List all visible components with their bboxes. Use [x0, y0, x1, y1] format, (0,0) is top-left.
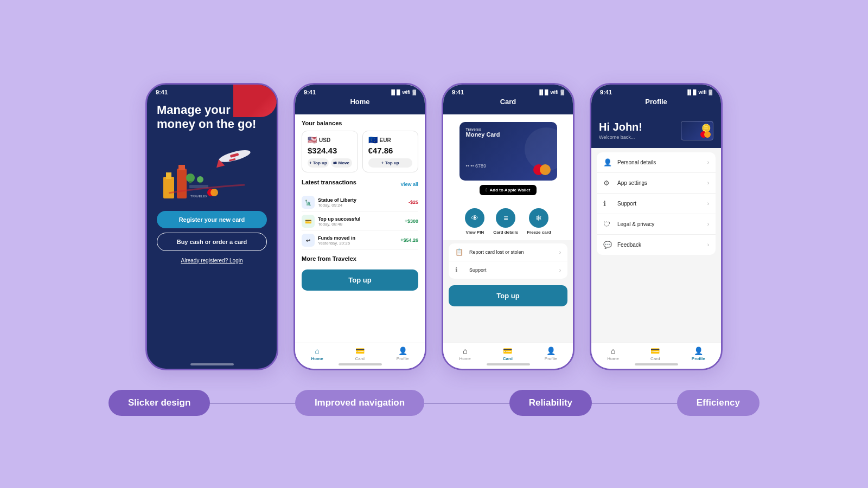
already-registered-link[interactable]: Already registered? Login: [157, 258, 267, 264]
nav-card-4[interactable]: 💳 Card: [650, 346, 660, 361]
report-chevron: ›: [559, 249, 561, 255]
feedback-item[interactable]: 💬 Feedback ›: [597, 235, 716, 255]
card-icon-2: 💳: [355, 346, 365, 355]
transaction-3: ↩ Funds moved in Yesterday, 20:26 +$54.2…: [302, 231, 418, 250]
profile-mastercard: [700, 131, 711, 138]
card-menu-list: 📋 Report card lost or stolen › ℹ Support…: [449, 243, 567, 279]
legal-item[interactable]: 🛡 Legal & privacy ›: [597, 214, 716, 235]
nav-profile-2[interactable]: 👤 Profile: [397, 346, 409, 361]
label-improved-navigation: Improved navigation: [295, 390, 424, 416]
support-text-profile: Support: [617, 201, 703, 207]
eur-balance-card: 🇪🇺 EUR €47.86 + Top up: [362, 131, 419, 172]
profile-greeting: Hi John!: [599, 121, 642, 133]
support-chevron-profile: ›: [707, 201, 709, 207]
mc-orange: [540, 164, 551, 175]
svg-rect-1: [166, 172, 171, 179]
phone1-illustration: TRAVELEX: [157, 136, 267, 207]
wifi-icon-2: wifi: [402, 89, 410, 95]
home-icon-3: ⌂: [463, 346, 467, 355]
nav-card-3[interactable]: 💳 Card: [503, 346, 513, 361]
nav-home-label-4: Home: [607, 356, 618, 361]
tx2-icon: 💳: [302, 215, 315, 228]
legal-text: Legal & privacy: [617, 221, 703, 227]
time-4: 9:41: [600, 89, 612, 95]
svg-rect-3: [178, 165, 185, 170]
wifi-icon-4: wifi: [698, 89, 706, 95]
card-details-button[interactable]: ≡ Card details: [493, 208, 518, 235]
view-pin-button[interactable]: 👁 View PIN: [465, 208, 484, 235]
phone-profile: 9:41 ▐▌█ wifi ▓ Profile Hi John! Welcome…: [590, 83, 723, 370]
phone2-body: Your balances 🇺🇸 USD $324.43 + Top up ⇄ …: [295, 114, 425, 344]
tx2-amount: +$300: [405, 219, 418, 224]
travelex-card: Travelex Money Card •• •• 6789: [459, 122, 557, 181]
status-bar-2: 9:41 ▐▌█ wifi ▓: [295, 85, 425, 98]
personal-chevron: ›: [707, 159, 709, 165]
profile-subtitle: Welcome back...: [599, 134, 642, 140]
usd-move-button[interactable]: ⇄ Move: [331, 158, 352, 168]
view-all-link[interactable]: View all: [400, 182, 418, 187]
usd-flag: 🇺🇸: [308, 136, 317, 144]
phone3-nav-title: Card: [443, 98, 573, 109]
home-indicator-2: [339, 363, 382, 365]
profile-info: Hi John! Welcome back...: [599, 121, 642, 140]
card-topup-button[interactable]: Top up: [449, 285, 567, 306]
status-bar-4: 9:41 ▐▌█ wifi ▓: [591, 85, 721, 98]
phones-row: 9:41 ▐▌█ wifi ▓ Manage your money on the…: [145, 83, 723, 370]
transaction-1: 🗽 Statue of Liberty Today, 09:24 -$25: [302, 193, 418, 212]
register-card-button[interactable]: Register your new card: [157, 211, 267, 228]
eur-amount: €47.86: [368, 146, 413, 155]
nav-home-2[interactable]: ⌂ Home: [311, 346, 323, 361]
eur-topup-button[interactable]: + Top up: [368, 158, 413, 168]
home-icon-4: ⌂: [611, 346, 615, 355]
home-indicator-3: [487, 363, 530, 365]
phone-home: 9:41 ▐▌█ wifi ▓ Home Your balances 🇺🇸 US…: [293, 83, 426, 370]
nav-home-4[interactable]: ⌂ Home: [607, 346, 618, 361]
usd-amount: $324.43: [308, 146, 352, 155]
support-chevron-card: ›: [559, 267, 561, 273]
tx1-amount: -$25: [409, 200, 418, 205]
phone4-header: 9:41 ▐▌█ wifi ▓ Profile: [591, 85, 721, 114]
support-icon-card: ℹ: [455, 266, 465, 274]
apple-wallet-button[interactable]:  Add to Apple Wallet: [480, 185, 537, 195]
support-item-profile[interactable]: ℹ Support ›: [597, 194, 716, 214]
signal-icon-4: ▐▌█: [686, 89, 696, 95]
freeze-card-button[interactable]: ❄ Freeze card: [527, 208, 551, 235]
transactions-header: Latest transactions View all: [302, 179, 418, 190]
svg-point-4: [186, 174, 195, 182]
nav-card-label-3: Card: [503, 356, 513, 361]
nav-profile-4[interactable]: 👤 Profile: [692, 346, 705, 361]
phone2-nav-title: Home: [295, 98, 425, 109]
personal-details-item[interactable]: 👤 Personal details ›: [597, 152, 716, 173]
nav-profile-3[interactable]: 👤 Profile: [545, 346, 557, 361]
card-number: •• •• 6789: [466, 163, 487, 169]
svg-rect-0: [163, 177, 174, 198]
tx1-icon: 🗽: [302, 196, 315, 209]
balances-title: Your balances: [302, 120, 418, 126]
tx3-name: Funds moved in: [318, 235, 397, 241]
phone1-content: Manage your money on the go!: [147, 98, 277, 269]
phone-onboarding: 9:41 ▐▌█ wifi ▓ Manage your money on the…: [145, 83, 278, 370]
profile-menu-list: 👤 Personal details › ⚙ App settings › ℹ …: [597, 152, 716, 255]
card-details-label: Card details: [493, 230, 518, 235]
tx3-info: Funds moved in Yesterday, 20:26: [318, 235, 397, 246]
card-icon-3: 💳: [503, 346, 512, 355]
tx2-info: Top up successful Today, 08:48: [318, 216, 401, 227]
nav-card-label-4: Card: [650, 356, 660, 361]
battery-icon-3: ▓: [560, 89, 564, 95]
report-text: Report card lost or stolen: [469, 249, 555, 255]
nav-card-2[interactable]: 💳 Card: [355, 346, 365, 361]
usd-topup-button[interactable]: + Top up: [308, 158, 329, 168]
freeze-icon: ❄: [529, 208, 548, 228]
nav-profile-label-4: Profile: [692, 356, 705, 361]
legal-icon: 🛡: [603, 220, 613, 228]
support-item-card[interactable]: ℹ Support ›: [449, 261, 567, 279]
report-lost-item[interactable]: 📋 Report card lost or stolen ›: [449, 243, 567, 261]
nav-home-label-3: Home: [459, 356, 470, 361]
tx1-info: Statue of Liberty Today, 09:24: [318, 197, 405, 208]
card-brand: Travelex: [466, 127, 551, 131]
app-settings-item[interactable]: ⚙ App settings ›: [597, 173, 716, 194]
topup-large-button[interactable]: Top up: [302, 269, 418, 291]
nav-home-3[interactable]: ⌂ Home: [459, 346, 470, 361]
tx1-date: Today, 09:24: [318, 203, 405, 208]
buy-cash-button[interactable]: Buy cash or order a card: [157, 233, 267, 251]
